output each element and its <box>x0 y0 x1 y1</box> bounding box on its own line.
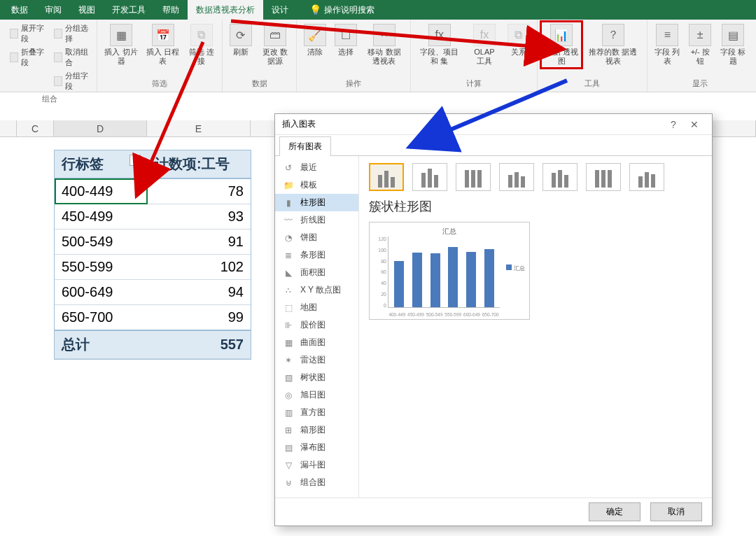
chart-type-item[interactable]: ✶雷达图 <box>275 351 358 369</box>
dialog-close-button[interactable]: ✕ <box>684 119 705 130</box>
chart-type-icon: ↺ <box>282 163 295 173</box>
tab-devtools[interactable]: 开发工具 <box>104 0 154 20</box>
subtype-stacked-column[interactable] <box>412 163 447 191</box>
pivot-row[interactable]: 400-44978 <box>55 178 251 204</box>
group-field-icon <box>54 76 62 86</box>
chart-type-icon: 📁 <box>282 181 295 190</box>
chart-type-item[interactable]: ▧树状图 <box>275 369 358 386</box>
move-icon: ↔ <box>373 24 396 46</box>
ribbon: 展开字段 折叠字段 分组选择 取消组合 分组字段 组合 ▦插入 切片器 📅插入 … <box>0 20 756 92</box>
tab-data[interactable]: 数据 <box>3 0 36 20</box>
field-headers-button[interactable]: ▤字段 标题 <box>717 22 749 67</box>
chart-type-item[interactable]: ⊪股价图 <box>275 316 358 334</box>
pivot-row[interactable]: 450-49993 <box>55 204 251 230</box>
chart-subtype-panel: 簇状柱形图 汇总 120100806040200 400-449450-4995… <box>359 156 712 498</box>
group-actions: 🧹清除 ☐选择 ↔移动 数据透视表 操作 <box>297 20 410 92</box>
tab-design[interactable]: 设计 <box>263 0 297 20</box>
dialog-tab-all[interactable]: 所有图表 <box>279 136 331 156</box>
ungroup-button[interactable]: 取消组合 <box>51 46 92 69</box>
pivot-chart-button[interactable]: 📊数据 透视图 <box>542 22 581 67</box>
col-header-c[interactable]: C <box>17 120 54 136</box>
dialog-titlebar: 插入图表 ? ✕ <box>275 114 712 135</box>
pivot-row[interactable]: 550-599102 <box>55 255 251 280</box>
dialog-title: 插入图表 <box>282 118 316 130</box>
group-data: ⟳刷新 🗃更改 数据源 数据 <box>223 20 297 92</box>
chart-type-item[interactable]: ⊞箱形图 <box>275 421 358 439</box>
group-selection-button[interactable]: 分组选择 <box>51 22 92 45</box>
refresh-icon: ⟳ <box>230 24 252 46</box>
subtype-100-stacked-column[interactable] <box>456 163 491 191</box>
field-list-icon: ≡ <box>656 24 678 46</box>
tell-me-label: 操作说明搜索 <box>324 4 374 16</box>
data-source-icon: 🗃 <box>264 24 286 46</box>
group-label-calc: 计算 <box>415 77 533 92</box>
group-tools: 📊数据 透视图 ？推荐的数 据透视表 工具 <box>538 20 648 92</box>
chart-type-item[interactable]: ⬚地图 <box>275 299 358 316</box>
slicer-icon: ▦ <box>110 24 132 46</box>
group-label-data: 数据 <box>227 77 292 92</box>
chart-type-item[interactable]: ◎旭日图 <box>275 386 358 404</box>
pivot-row[interactable]: 600-64994 <box>55 280 251 305</box>
chart-type-item[interactable]: ↺最近 <box>275 159 358 176</box>
ribbon-tabs: 数据 审阅 视图 开发工具 帮助 数据透视表分析 设计 💡 操作说明搜索 <box>0 0 756 20</box>
group-calc: fx字段、项目和 集 fxOLAP 工具 ⧉关系 计算 <box>411 20 538 92</box>
chart-type-icon: ◎ <box>282 390 295 400</box>
clear-button[interactable]: 🧹清除 <box>301 22 329 58</box>
field-list-button[interactable]: ≡字段 列表 <box>652 22 684 67</box>
insert-chart-dialog: 插入图表 ? ✕ 所有图表 ↺最近📁模板▮柱形图〰折线图◔饼图≣条形图◣面积图∴… <box>274 113 713 526</box>
chart-type-item[interactable]: ≣条形图 <box>275 246 358 264</box>
pivot-value-header: 计数项:工号 <box>148 150 251 178</box>
tab-review[interactable]: 审阅 <box>36 0 70 20</box>
pivot-row[interactable]: 650-70099 <box>55 305 251 331</box>
row-label-dropdown[interactable]: ▾ <box>130 155 141 166</box>
expand-field-button[interactable]: 展开字段 <box>7 22 48 45</box>
chart-type-item[interactable]: ◔饼图 <box>275 229 358 246</box>
chart-type-item[interactable]: ▽漏斗图 <box>275 456 358 474</box>
tab-view[interactable]: 视图 <box>70 0 104 20</box>
filter-conn-icon: ⧉ <box>190 24 213 46</box>
chart-type-icon: ▥ <box>282 408 295 418</box>
tell-me-search[interactable]: 💡 操作说明搜索 <box>301 0 383 20</box>
pivot-row[interactable]: 500-54991 <box>55 230 251 255</box>
chart-type-item[interactable]: ▮柱形图 <box>275 194 358 211</box>
recommended-pivot-button[interactable]: ？推荐的数 据透视表 <box>584 22 642 67</box>
chart-preview[interactable]: 汇总 120100806040200 400-449450-499500-549… <box>369 222 530 320</box>
olap-tools-button: fxOLAP 工具 <box>467 22 502 67</box>
chart-type-item[interactable]: ◣面积图 <box>275 264 358 281</box>
insert-timeline-button[interactable]: 📅插入 日程表 <box>144 22 183 67</box>
insert-slicer-button[interactable]: ▦插入 切片器 <box>102 22 141 67</box>
pivot-table[interactable]: 行标签 ▾ 计数项:工号 400-44978450-49993500-54991… <box>54 150 251 360</box>
subtype-3d-clustered[interactable] <box>499 163 534 191</box>
chart-type-item[interactable]: 📁模板 <box>275 176 358 194</box>
chart-type-item[interactable]: ⊎组合图 <box>275 474 358 491</box>
tab-help[interactable]: 帮助 <box>154 0 188 20</box>
col-header-e[interactable]: E <box>147 120 251 136</box>
pivot-row-label-header[interactable]: 行标签 ▾ <box>55 150 148 178</box>
chart-type-item[interactable]: ▤瀑布图 <box>275 439 358 456</box>
chart-type-item[interactable]: 〰折线图 <box>275 211 358 229</box>
ok-button[interactable]: 确定 <box>589 502 640 521</box>
group-field-button[interactable]: 分组字段 <box>51 70 92 92</box>
subtype-3d-100-stacked[interactable] <box>586 163 621 191</box>
field-headers-icon: ▤ <box>722 24 744 46</box>
chart-type-item[interactable]: ∴X Y 散点图 <box>275 281 358 299</box>
change-data-source-button[interactable]: 🗃更改 数据源 <box>258 22 292 67</box>
collapse-field-button[interactable]: 折叠字段 <box>7 46 48 69</box>
fields-items-sets-button[interactable]: fx字段、项目和 集 <box>415 22 464 67</box>
tab-pivottable-analyze[interactable]: 数据透视表分析 <box>188 0 263 20</box>
chart-type-list[interactable]: ↺最近📁模板▮柱形图〰折线图◔饼图≣条形图◣面积图∴X Y 散点图⬚地图⊪股价图… <box>275 156 359 498</box>
subtype-3d-column[interactable] <box>629 163 664 191</box>
move-pivot-button[interactable]: ↔移动 数据透视表 <box>363 22 405 67</box>
chart-type-item[interactable]: ▦曲面图 <box>275 334 358 351</box>
dialog-help-button[interactable]: ? <box>663 119 684 130</box>
plus-minus-button[interactable]: ±+/- 按钮 <box>686 22 714 67</box>
refresh-button[interactable]: ⟳刷新 <box>227 22 255 58</box>
subtype-clustered-column[interactable] <box>369 163 404 191</box>
chart-type-item[interactable]: ▥直方图 <box>275 404 358 421</box>
select-button[interactable]: ☐选择 <box>332 22 360 58</box>
group-label-show: 显示 <box>652 77 749 92</box>
col-header-d[interactable]: D <box>54 120 147 136</box>
clear-icon: 🧹 <box>304 24 326 46</box>
subtype-3d-stacked[interactable] <box>542 163 578 191</box>
cancel-button[interactable]: 取消 <box>650 502 702 521</box>
